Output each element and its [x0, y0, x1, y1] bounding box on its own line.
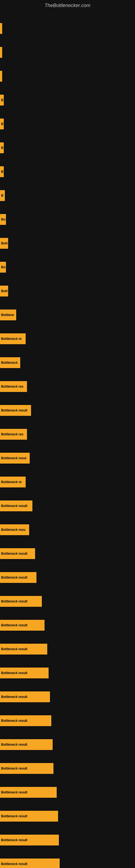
bar-row: B [0, 112, 135, 136]
bar-label: Bottlene [0, 310, 16, 320]
bar-row: Bottleneck result [0, 733, 135, 756]
bar-row: Bottleneck result [0, 828, 135, 852]
bar-label: Bottleneck result [0, 739, 53, 750]
bar-label: B [0, 95, 4, 105]
bar-label: Bottleneck result [0, 811, 58, 822]
bar-label [0, 47, 2, 58]
bar-label: Bottleneck result [0, 763, 53, 774]
bar-label: Bottleneck result [0, 644, 47, 654]
bar-label: Bottleneck result [0, 715, 51, 726]
bar-row: Bottleneck [0, 351, 135, 375]
bar-label: Bottleneck result [0, 691, 50, 702]
bar-row: Bottleneck result [0, 589, 135, 613]
bar-row [0, 64, 135, 88]
bar-row: Bo [0, 255, 135, 279]
bar-row: Bottleneck result [0, 542, 135, 565]
bar-label: B [0, 166, 4, 177]
bar-row: Bottleneck result [0, 685, 135, 709]
bar-label: Bottleneck result [0, 405, 31, 416]
bar-label: Bottleneck res [0, 381, 27, 392]
bar-label: Bottleneck result [0, 859, 60, 868]
bar-row: Bottleneck result [0, 756, 135, 780]
bar-row: Bo [0, 208, 135, 231]
bar-row: Bottleneck res [0, 422, 135, 446]
bars-container: BBBBBBoBottBoBottBottleneBottleneck reBo… [0, 14, 135, 868]
bar-label: B [0, 143, 4, 153]
bar-row: Bottleneck result [0, 852, 135, 868]
bar-row: Bottleneck re [0, 470, 135, 494]
bar-row: Bottleneck resul [0, 446, 135, 470]
bar-row: Bottleneck re [0, 327, 135, 351]
bar-label: Bott [0, 238, 8, 249]
bar-label: Bottleneck res [0, 429, 27, 440]
bar-row: Bott [0, 279, 135, 303]
bar-label: Bott [0, 286, 8, 297]
bar-row: B [0, 88, 135, 112]
bar-row: B [0, 184, 135, 208]
bar-row: Bottleneck result [0, 613, 135, 637]
bar-label: Bottleneck result [0, 572, 37, 583]
bar-row: B [0, 136, 135, 160]
bar-label: B [0, 190, 5, 201]
bar-row: Bottleneck result [0, 804, 135, 828]
bar-row: Bottleneck result [0, 709, 135, 733]
bar-label: Bottleneck result [0, 668, 49, 678]
bar-row: Bott [0, 231, 135, 255]
bar-label: Bottleneck resu [0, 524, 29, 535]
bar-row: B [0, 160, 135, 184]
bar-label: Bottleneck result [0, 500, 32, 511]
bar-label: Bottleneck [0, 357, 20, 368]
bar-row: Bottleneck res [0, 375, 135, 399]
bar-label: Bottleneck resul [0, 453, 30, 464]
bar-label: Bottleneck result [0, 620, 45, 631]
site-title: TheBottlenecker.com [0, 0, 135, 14]
bar-row [0, 40, 135, 64]
bar-row: Bottleneck result [0, 637, 135, 661]
bar-row: Bottlene [0, 303, 135, 327]
bar-label: Bo [0, 262, 6, 273]
bar-row: Bottleneck result [0, 661, 135, 685]
bar-row: Bottleneck result [0, 780, 135, 804]
bar-row: Bottleneck result [0, 565, 135, 589]
bar-label: Bo [0, 214, 6, 225]
bar-label: B [0, 119, 4, 129]
bar-row [0, 17, 135, 40]
bar-label: Bottleneck result [0, 787, 57, 798]
bar-label: Bottleneck result [0, 548, 35, 559]
bar-row: Bottleneck result [0, 494, 135, 518]
bar-row: Bottleneck resu [0, 518, 135, 542]
bar-label [0, 23, 2, 34]
bar-label: Bottleneck re [0, 333, 26, 344]
bar-label: Bottleneck re [0, 476, 26, 488]
bar-label [0, 71, 2, 82]
bar-row: Bottleneck result [0, 399, 135, 422]
bar-label: Bottleneck result [0, 835, 59, 845]
bar-label: Bottleneck result [0, 596, 42, 607]
